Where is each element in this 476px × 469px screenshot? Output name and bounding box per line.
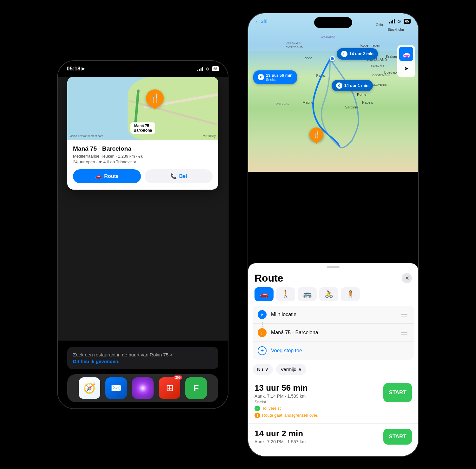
phone2-status-left: ‹ Siri xyxy=(256,18,268,24)
route-option-1: 13 uur 56 min Aank. 7:14 PM · 1.539 km S… xyxy=(248,378,418,424)
toll-euro-icon: € xyxy=(255,406,260,411)
route-2-duration: 14 uur 2 min xyxy=(255,429,380,439)
dock-siri-icon[interactable] xyxy=(132,377,154,399)
euro-icon-1: € xyxy=(258,74,264,80)
route-button[interactable]: 🚗 Route xyxy=(73,169,141,183)
wifi-icon: ⊙ xyxy=(206,66,209,71)
chevron-down-icon-now: ∨ xyxy=(265,367,268,372)
call-button[interactable]: 📞 Bel xyxy=(145,169,213,183)
waypoint-destination[interactable]: 🍴 Maná 75 - Barcelona xyxy=(253,324,414,342)
waypoint-origin[interactable]: ➤ Mijn locatie xyxy=(253,306,414,324)
route-bubble-fastest[interactable]: € 13 uur 56 min Snelst xyxy=(253,70,297,84)
map-preview: 🍴 Maná 75 -Barcelona vision-environnemen… xyxy=(67,77,218,140)
origin-label: Mijn locatie xyxy=(271,312,395,317)
tab-transit[interactable]: 🚌 xyxy=(298,287,317,301)
route-bubble-3[interactable]: € 14 uur 1 min xyxy=(332,80,373,91)
phone1-status-right: ⊙ 65 xyxy=(197,66,219,71)
card-buttons: 🚗 Route 📞 Bel xyxy=(73,169,213,183)
region-tsjechie: TSJECHIE xyxy=(371,64,385,67)
bike-tab-icon: 🚴 xyxy=(325,290,333,298)
route-1-duration: 13 uur 56 min xyxy=(255,383,380,393)
drag-handle-origin[interactable] xyxy=(400,311,409,318)
region-slovenie: SLOVENIE xyxy=(372,83,387,86)
dock-shortcuts-icon[interactable]: ⊞ 255 xyxy=(159,377,180,399)
route-bubble-text-3: 14 uur 1 min xyxy=(344,83,369,88)
city-sardinié: Sardinié xyxy=(345,105,358,109)
restaurant-card: 🍴 Maná 75 -Barcelona vision-environnemen… xyxy=(67,77,218,190)
add-stop-icon: + xyxy=(258,346,267,355)
phone1-time: 05:18 ▶ xyxy=(67,66,85,72)
euro-icon-3: € xyxy=(336,82,342,89)
phone2-status-right: ⊙ 65 xyxy=(389,19,411,24)
transit-tab-icon: 🚌 xyxy=(303,290,312,298)
shortcuts-badge: 255 xyxy=(174,375,182,380)
ventusky-label: Ventusky xyxy=(203,134,216,138)
filter-avoid[interactable]: Vermijd ∨ xyxy=(276,364,306,375)
tab-walk[interactable]: 🚶 xyxy=(276,287,295,301)
siri-suggestion-text: Zoek een restaurant in de buurt van Roki… xyxy=(73,352,213,357)
close-sheet-button[interactable]: ✕ xyxy=(402,273,412,283)
filter-now[interactable]: Nu ∨ xyxy=(253,364,273,375)
restaurant-meta2: 24 uur open · ★ 4.0 op Tripadvisor xyxy=(73,160,213,164)
start-button-2[interactable]: START xyxy=(383,429,412,445)
filter-avoid-label: Vermijd xyxy=(281,367,296,372)
location-arrow-icon: ▶ xyxy=(82,66,85,71)
phone2: ‹ Siri 05:18 ▶ ⊙ 65 xyxy=(248,13,419,457)
route-bottom-sheet: Route ✕ 🚗 🚶 🚌 🚴 🧍 xyxy=(248,263,418,456)
chevron-left-icon: ‹ xyxy=(256,18,257,24)
dock-safari-icon[interactable]: 🧭 xyxy=(79,377,100,399)
phone2-battery: 65 xyxy=(404,19,411,24)
restaurant-pin[interactable]: 🍴 xyxy=(146,89,164,107)
dock: 🧭 ✉️ ⊞ 255 F xyxy=(67,374,218,402)
call-button-label: Bel xyxy=(179,173,187,179)
route-bubble-text-2: 14 uur 2 min xyxy=(349,51,374,56)
phone1: 05:18 ▶ ⊙ 65 xyxy=(57,60,228,409)
route-button-label: Route xyxy=(104,173,118,179)
phone1-content: 🍴 Maná 75 -Barcelona vision-environnemen… xyxy=(58,77,228,341)
transport-tabs: 🚗 🚶 🚌 🚴 🧍 xyxy=(248,287,418,306)
phone1-status-bar: 05:18 ▶ ⊙ 65 xyxy=(58,61,228,77)
tab-car[interactable]: 🚗 xyxy=(255,287,274,301)
sheet-header: Route ✕ xyxy=(248,268,418,287)
destination-pin[interactable]: 🍴 xyxy=(309,127,323,141)
route-bubble-2[interactable]: € 14 uur 2 min xyxy=(337,48,378,60)
chevron-down-icon-avoid: ∨ xyxy=(298,367,302,372)
tab-bike[interactable]: 🚴 xyxy=(319,287,338,301)
route-1-warning: ! Route gaat landsgrenzen over. xyxy=(255,413,380,418)
destination-label: Maná 75 - Barcelona xyxy=(271,330,395,335)
drag-handle-dest[interactable] xyxy=(400,329,409,336)
connector-dots xyxy=(262,322,263,327)
city-krakau: Krakau xyxy=(386,55,397,58)
dock-feedly-icon[interactable]: F xyxy=(185,377,207,399)
tab-person[interactable]: 🧍 xyxy=(341,287,360,301)
siri-found-text: Dit heb ik gevonden. xyxy=(73,359,213,364)
phone2-wifi-icon: ⊙ xyxy=(397,19,401,24)
add-stop-label: Voeg stop toe xyxy=(271,348,409,354)
route-1-toll: € Tol vereist xyxy=(255,406,380,411)
route-1-badge: Snelst xyxy=(255,400,380,404)
city-napels: Napels xyxy=(362,101,373,104)
map-nav-icon: ➤ xyxy=(404,65,409,72)
destination-icon: 🍴 xyxy=(258,328,267,337)
map-navigation-btn[interactable]: ➤ xyxy=(399,62,413,75)
origin-dot xyxy=(330,56,335,61)
region-portugal: PORTUGAL xyxy=(274,102,289,105)
warning-dot-icon: ! xyxy=(255,413,260,418)
route-2-detail: Aank. 7:20 PM · 1.557 km xyxy=(255,439,380,444)
dock-mail-icon[interactable]: ✉️ xyxy=(105,377,127,399)
start-button-1[interactable]: START xyxy=(383,383,412,402)
route-1-detail: Aank. 7:14 PM · 1.539 km xyxy=(255,394,380,399)
waypoint-add-stop[interactable]: + Voeg stop toe xyxy=(253,342,414,360)
card-info: Maná 75 - Barcelona Mediterraanse Keuken… xyxy=(67,140,218,190)
siri-suggestion-card[interactable]: Zoek een restaurant in de buurt van Roki… xyxy=(67,347,218,369)
siri-back-label[interactable]: Siri xyxy=(261,18,268,24)
watermark: vision-environnement.com xyxy=(70,134,103,138)
dynamic-island xyxy=(314,17,352,28)
waypoints-container: ➤ Mijn locatie xyxy=(253,306,414,360)
origin-icon: ➤ xyxy=(258,310,267,319)
map-car-btn[interactable]: 🚗 xyxy=(399,47,413,61)
route-option-2: 14 uur 2 min Aank. 7:20 PM · 1.557 km ST… xyxy=(248,424,418,450)
city-madrid: Madrid xyxy=(303,101,314,104)
phone-icon: 📞 xyxy=(170,173,177,179)
europe-map[interactable]: Oslo Stockholm Kopenhagen Hamburg Londe … xyxy=(248,13,418,172)
